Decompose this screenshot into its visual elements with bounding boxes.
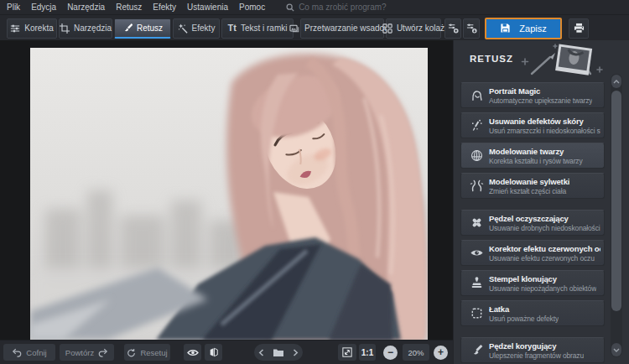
brush-icon	[122, 23, 133, 33]
tab-przetwarzanie-wsadowe[interactable]: Przetwarzanie wsadowe	[300, 18, 384, 39]
tool-subtitle: Usuń zmarszczki i niedoskonałości skóry	[489, 127, 600, 135]
tool-modelowanie-twarzy[interactable]: Modelowanie twarzy Korekta kształtu i ry…	[460, 143, 605, 169]
tool-usuwanie-defektow-skory[interactable]: Usuwanie defektów skóry Usuń zmarszczki …	[460, 112, 605, 138]
zoom-level-display: 20%	[403, 344, 429, 361]
menu-retusz[interactable]: Retusz	[116, 3, 142, 12]
tab-utworz-kolaz[interactable]: Utwórz kolaż	[386, 18, 441, 39]
scroll-down-button[interactable]	[611, 343, 621, 356]
tab-tekst-i-ramki[interactable]: Tt Tekst i ramki	[221, 18, 294, 39]
export-preset-button[interactable]	[463, 18, 480, 39]
tab-efekty[interactable]: Efekty	[173, 18, 220, 39]
photo-canvas[interactable]	[30, 48, 428, 340]
save-disk-icon	[500, 23, 511, 34]
retouch-tools-list: Portrait Magic Automatyczne upiększanie …	[460, 82, 605, 364]
show-original-button[interactable]	[184, 344, 201, 361]
tool-title: Pędzel oczyszczający	[489, 214, 600, 224]
tool-modelowanie-sylwetki[interactable]: Modelowanie sylwetki Zmień kształt częśc…	[460, 173, 605, 199]
eye-icon	[187, 348, 199, 357]
photo-editor-window: Plik Edycja Narzędzia Retusz Efekty Usta…	[0, 0, 629, 364]
tool-title: Stempel klonujący	[489, 274, 596, 284]
previous-photo-button[interactable]	[258, 349, 264, 356]
portrait-photo	[30, 48, 428, 340]
save-label: Zapisz	[519, 23, 546, 34]
open-folder-button[interactable]	[273, 348, 284, 357]
tool-subtitle: Usuwanie drobnych niedoskonałości	[489, 224, 600, 232]
tool-pedzel-oczyszczajacy[interactable]: Pędzel oczyszczający Usuwanie drobnych n…	[460, 210, 605, 236]
tab-narzedzia[interactable]: Narzędzia	[59, 18, 112, 39]
tool-subtitle: Zmień kształt części ciała	[489, 187, 569, 195]
reset-label: Resetuj	[140, 348, 167, 357]
tab-korekta[interactable]: Korekta	[7, 18, 57, 39]
batch-photos-icon	[289, 23, 300, 34]
menu-ustawienia[interactable]: Ustawienia	[187, 3, 228, 12]
print-button[interactable]	[569, 18, 589, 39]
menu-edycja[interactable]: Edycja	[31, 3, 56, 12]
tab-label: Narzędzia	[74, 23, 112, 33]
fit-screen-icon	[342, 347, 352, 357]
scroll-up-button[interactable]	[611, 75, 621, 88]
redo-icon	[98, 348, 108, 357]
sidebar-header: RETUSZ	[454, 40, 629, 82]
portrait-magic-icon	[466, 88, 486, 102]
fit-to-screen-button[interactable]	[338, 344, 356, 361]
menu-narzedzia[interactable]: Narzędzia	[67, 3, 105, 12]
add-preset-button[interactable]	[444, 18, 461, 39]
menu-efekty[interactable]: Efekty	[153, 3, 176, 12]
scrollbar-thumb[interactable]	[611, 91, 621, 311]
next-photo-button[interactable]	[293, 349, 299, 356]
menu-pomoc[interactable]: Pomoc	[239, 3, 265, 12]
before-after-button[interactable]	[205, 344, 222, 361]
reset-icon	[127, 348, 136, 357]
tool-title: Usuwanie defektów skóry	[489, 117, 600, 127]
tool-title: Modelowanie twarzy	[489, 147, 583, 157]
tool-subtitle: Ulepszenie fragmentów obrazu	[489, 351, 584, 360]
printer-icon	[574, 23, 585, 34]
undo-icon	[12, 348, 22, 357]
adjustment-brush-icon	[466, 343, 486, 357]
tool-title: Portrait Magic	[489, 86, 592, 96]
skin-defects-icon	[466, 118, 486, 133]
tab-label: Efekty	[192, 23, 216, 33]
collage-grid-icon	[382, 23, 392, 34]
search-icon	[286, 3, 294, 12]
tool-title: Łatka	[489, 304, 559, 315]
body-sculpt-icon	[466, 179, 486, 193]
sliders-icon	[10, 23, 20, 34]
help-search-input[interactable]: Co ma zrobić program?	[286, 3, 386, 12]
split-compare-icon	[209, 347, 219, 357]
patch-icon	[466, 306, 486, 320]
sidebar-scrollbar	[611, 74, 622, 357]
tab-label: Retusz	[137, 23, 163, 33]
tool-portrait-magic[interactable]: Portrait Magic Automatyczne upiększanie …	[460, 82, 605, 108]
tool-korektor-czerwonych-oczu[interactable]: Korektor efektu czerwonych oczu Usuwanie…	[460, 240, 605, 266]
crop-icon	[60, 23, 70, 34]
tool-latka[interactable]: Łatka Usuń poważne defekty	[460, 300, 605, 326]
tool-subtitle: Usuń poważne defekty	[489, 315, 559, 323]
sliders-plus-icon	[448, 23, 459, 34]
bottom-toolbar: Cofnij Powtórz Resetuj	[0, 340, 453, 364]
healing-brush-icon	[466, 216, 486, 230]
actual-size-button[interactable]: 1:1	[359, 344, 376, 361]
tab-retusz[interactable]: Retusz	[114, 18, 171, 39]
tab-label: Utwórz kolaż	[397, 23, 444, 33]
text-icon: Tt	[228, 23, 237, 33]
tool-pedzel-korygujacy[interactable]: Pędzel korygujący Ulepszenie fragmentów …	[460, 337, 605, 363]
save-button[interactable]: Zapisz	[485, 18, 562, 39]
tool-subtitle: Usuwanie niepożądanych obiektów	[489, 284, 596, 293]
sliders-download-icon	[466, 23, 477, 34]
tool-title: Pędzel korygujący	[489, 341, 584, 351]
menu-bar: Plik Edycja Narzędzia Retusz Efekty Usta…	[0, 0, 629, 15]
reset-button[interactable]: Resetuj	[124, 344, 170, 361]
zoom-out-button[interactable]: −	[383, 346, 398, 360]
undo-button[interactable]: Cofnij	[3, 344, 55, 361]
retouch-collage-illustration	[518, 42, 606, 84]
tab-label: Korekta	[24, 23, 53, 33]
redo-button[interactable]: Powtórz	[60, 344, 114, 361]
file-navigator	[254, 344, 303, 361]
zoom-in-button[interactable]: +	[434, 346, 448, 360]
redo-label: Powtórz	[65, 348, 94, 357]
tool-subtitle: Usuwanie efektu czerwonych oczu	[489, 254, 600, 263]
menu-plik[interactable]: Plik	[7, 3, 20, 12]
search-placeholder: Co ma zrobić program?	[299, 3, 386, 12]
tool-stempel-klonujacy[interactable]: Stempel klonujący Usuwanie niepożądanych…	[460, 270, 605, 296]
